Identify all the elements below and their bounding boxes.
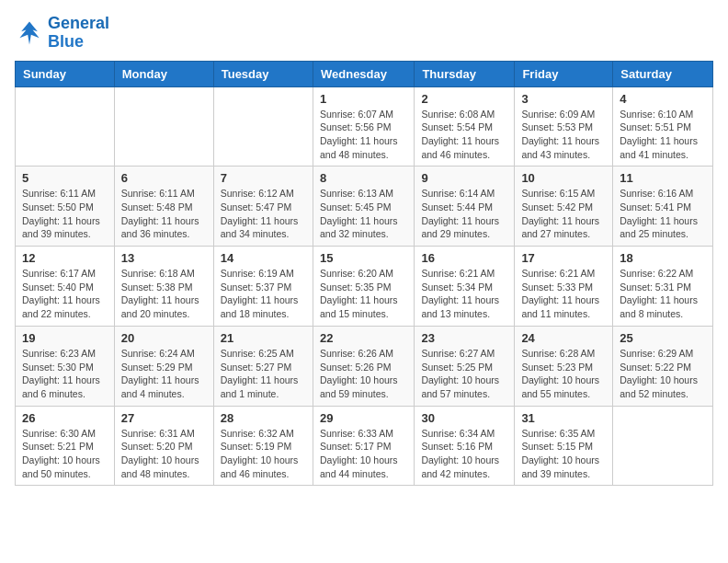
cell-info: Sunrise: 6:21 AM Sunset: 5:33 PM Dayligh… xyxy=(521,267,606,321)
cell-info: Sunrise: 6:11 AM Sunset: 5:50 PM Dayligh… xyxy=(22,187,108,241)
cell-info: Sunrise: 6:13 AM Sunset: 5:45 PM Dayligh… xyxy=(320,187,407,241)
calendar-cell: 25Sunrise: 6:29 AM Sunset: 5:22 PM Dayli… xyxy=(613,326,713,406)
calendar-cell: 18Sunrise: 6:22 AM Sunset: 5:31 PM Dayli… xyxy=(613,247,713,327)
cell-info: Sunrise: 6:35 AM Sunset: 5:15 PM Dayligh… xyxy=(521,427,606,481)
weekday-header: Thursday xyxy=(415,61,515,86)
cell-info: Sunrise: 6:19 AM Sunset: 5:37 PM Dayligh… xyxy=(221,267,306,321)
cell-info: Sunrise: 6:31 AM Sunset: 5:20 PM Dayligh… xyxy=(121,427,207,481)
calendar-cell: 5Sunrise: 6:11 AM Sunset: 5:50 PM Daylig… xyxy=(16,167,115,247)
page-header: General Blue xyxy=(15,15,713,52)
weekday-header: Sunday xyxy=(16,61,115,86)
day-number: 5 xyxy=(22,171,108,185)
day-number: 11 xyxy=(620,171,706,185)
cell-info: Sunrise: 6:14 AM Sunset: 5:44 PM Dayligh… xyxy=(421,187,507,241)
cell-info: Sunrise: 6:07 AM Sunset: 5:56 PM Dayligh… xyxy=(320,108,407,162)
day-number: 29 xyxy=(320,411,407,425)
cell-info: Sunrise: 6:33 AM Sunset: 5:17 PM Dayligh… xyxy=(320,427,407,481)
calendar-cell: 4Sunrise: 6:10 AM Sunset: 5:51 PM Daylig… xyxy=(613,86,713,167)
day-number: 8 xyxy=(320,171,407,185)
day-number: 30 xyxy=(421,411,507,425)
calendar-cell: 22Sunrise: 6:26 AM Sunset: 5:26 PM Dayli… xyxy=(313,326,414,406)
calendar-cell: 14Sunrise: 6:19 AM Sunset: 5:37 PM Dayli… xyxy=(213,247,313,327)
day-number: 16 xyxy=(421,251,507,265)
cell-info: Sunrise: 6:27 AM Sunset: 5:25 PM Dayligh… xyxy=(421,347,507,401)
day-number: 10 xyxy=(521,171,606,185)
calendar-cell xyxy=(613,406,713,486)
cell-info: Sunrise: 6:11 AM Sunset: 5:48 PM Dayligh… xyxy=(121,187,207,241)
weekday-header: Friday xyxy=(515,61,613,86)
weekday-header: Saturday xyxy=(613,61,713,86)
cell-info: Sunrise: 6:34 AM Sunset: 5:16 PM Dayligh… xyxy=(421,427,507,481)
day-number: 27 xyxy=(121,411,207,425)
cell-info: Sunrise: 6:28 AM Sunset: 5:23 PM Dayligh… xyxy=(521,347,606,401)
calendar-cell: 3Sunrise: 6:09 AM Sunset: 5:53 PM Daylig… xyxy=(515,86,613,167)
calendar-cell xyxy=(114,86,213,167)
day-number: 26 xyxy=(22,411,108,425)
calendar-cell: 8Sunrise: 6:13 AM Sunset: 5:45 PM Daylig… xyxy=(313,167,414,247)
calendar-cell: 21Sunrise: 6:25 AM Sunset: 5:27 PM Dayli… xyxy=(213,326,313,406)
cell-info: Sunrise: 6:30 AM Sunset: 5:21 PM Dayligh… xyxy=(22,427,108,481)
cell-info: Sunrise: 6:12 AM Sunset: 5:47 PM Dayligh… xyxy=(221,187,306,241)
calendar-cell: 27Sunrise: 6:31 AM Sunset: 5:20 PM Dayli… xyxy=(114,406,213,486)
cell-info: Sunrise: 6:24 AM Sunset: 5:29 PM Dayligh… xyxy=(121,347,207,401)
calendar-cell: 9Sunrise: 6:14 AM Sunset: 5:44 PM Daylig… xyxy=(415,167,515,247)
calendar-cell: 24Sunrise: 6:28 AM Sunset: 5:23 PM Dayli… xyxy=(515,326,613,406)
day-number: 7 xyxy=(221,171,306,185)
calendar-cell: 10Sunrise: 6:15 AM Sunset: 5:42 PM Dayli… xyxy=(515,167,613,247)
calendar-cell: 30Sunrise: 6:34 AM Sunset: 5:16 PM Dayli… xyxy=(415,406,515,486)
calendar-cell: 6Sunrise: 6:11 AM Sunset: 5:48 PM Daylig… xyxy=(114,167,213,247)
calendar-cell: 19Sunrise: 6:23 AM Sunset: 5:30 PM Dayli… xyxy=(16,326,115,406)
cell-info: Sunrise: 6:20 AM Sunset: 5:35 PM Dayligh… xyxy=(320,267,407,321)
cell-info: Sunrise: 6:21 AM Sunset: 5:34 PM Dayligh… xyxy=(421,267,507,321)
cell-info: Sunrise: 6:10 AM Sunset: 5:51 PM Dayligh… xyxy=(620,108,706,162)
calendar-cell: 11Sunrise: 6:16 AM Sunset: 5:41 PM Dayli… xyxy=(613,167,713,247)
calendar-cell: 31Sunrise: 6:35 AM Sunset: 5:15 PM Dayli… xyxy=(515,406,613,486)
calendar-cell: 26Sunrise: 6:30 AM Sunset: 5:21 PM Dayli… xyxy=(16,406,115,486)
day-number: 18 xyxy=(620,251,706,265)
day-number: 1 xyxy=(320,92,407,106)
svg-marker-0 xyxy=(19,21,39,44)
calendar-cell xyxy=(213,86,313,167)
calendar-cell: 16Sunrise: 6:21 AM Sunset: 5:34 PM Dayli… xyxy=(415,247,515,327)
calendar-cell: 17Sunrise: 6:21 AM Sunset: 5:33 PM Dayli… xyxy=(515,247,613,327)
day-number: 31 xyxy=(521,411,606,425)
day-number: 14 xyxy=(221,251,306,265)
day-number: 23 xyxy=(421,331,507,345)
day-number: 24 xyxy=(521,331,606,345)
day-number: 4 xyxy=(620,92,706,106)
calendar-cell: 23Sunrise: 6:27 AM Sunset: 5:25 PM Dayli… xyxy=(415,326,515,406)
cell-info: Sunrise: 6:22 AM Sunset: 5:31 PM Dayligh… xyxy=(620,267,706,321)
calendar-cell: 12Sunrise: 6:17 AM Sunset: 5:40 PM Dayli… xyxy=(16,247,115,327)
calendar-cell xyxy=(16,86,115,167)
weekday-header: Monday xyxy=(114,61,213,86)
calendar-cell: 13Sunrise: 6:18 AM Sunset: 5:38 PM Dayli… xyxy=(114,247,213,327)
calendar-cell: 7Sunrise: 6:12 AM Sunset: 5:47 PM Daylig… xyxy=(213,167,313,247)
cell-info: Sunrise: 6:23 AM Sunset: 5:30 PM Dayligh… xyxy=(22,347,108,401)
day-number: 20 xyxy=(121,331,207,345)
day-number: 19 xyxy=(22,331,108,345)
logo: General Blue xyxy=(15,15,109,52)
cell-info: Sunrise: 6:26 AM Sunset: 5:26 PM Dayligh… xyxy=(320,347,407,401)
logo-text: General Blue xyxy=(48,15,109,52)
cell-info: Sunrise: 6:32 AM Sunset: 5:19 PM Dayligh… xyxy=(221,427,306,481)
day-number: 15 xyxy=(320,251,407,265)
day-number: 13 xyxy=(121,251,207,265)
calendar-cell: 20Sunrise: 6:24 AM Sunset: 5:29 PM Dayli… xyxy=(114,326,213,406)
calendar-cell: 28Sunrise: 6:32 AM Sunset: 5:19 PM Dayli… xyxy=(213,406,313,486)
calendar-cell: 15Sunrise: 6:20 AM Sunset: 5:35 PM Dayli… xyxy=(313,247,414,327)
day-number: 6 xyxy=(121,171,207,185)
calendar-cell: 29Sunrise: 6:33 AM Sunset: 5:17 PM Dayli… xyxy=(313,406,414,486)
day-number: 9 xyxy=(421,171,507,185)
cell-info: Sunrise: 6:18 AM Sunset: 5:38 PM Dayligh… xyxy=(121,267,207,321)
day-number: 2 xyxy=(421,92,507,106)
cell-info: Sunrise: 6:17 AM Sunset: 5:40 PM Dayligh… xyxy=(22,267,108,321)
weekday-header: Wednesday xyxy=(313,61,414,86)
calendar-table: SundayMondayTuesdayWednesdayThursdayFrid… xyxy=(15,61,713,487)
day-number: 28 xyxy=(221,411,306,425)
cell-info: Sunrise: 6:15 AM Sunset: 5:42 PM Dayligh… xyxy=(521,187,606,241)
cell-info: Sunrise: 6:29 AM Sunset: 5:22 PM Dayligh… xyxy=(620,347,706,401)
weekday-header: Tuesday xyxy=(213,61,313,86)
logo-icon xyxy=(15,18,44,48)
day-number: 17 xyxy=(521,251,606,265)
cell-info: Sunrise: 6:09 AM Sunset: 5:53 PM Dayligh… xyxy=(521,108,606,162)
